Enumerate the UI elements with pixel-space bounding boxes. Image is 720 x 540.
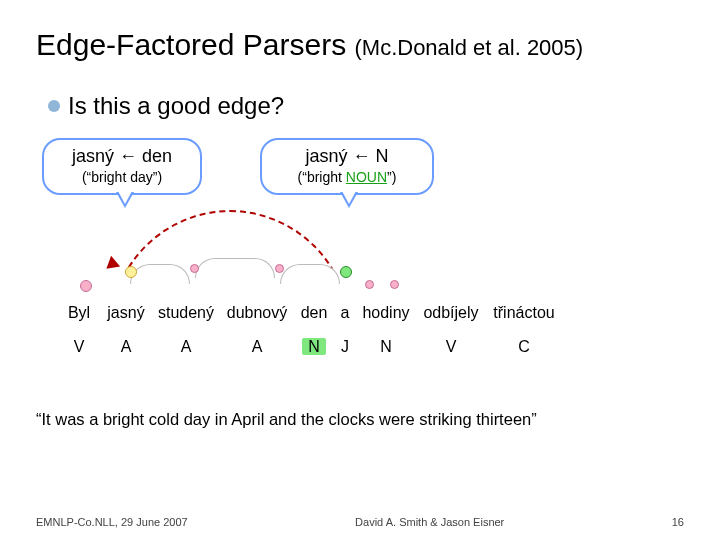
grey-arc [195,258,275,278]
bubble-right-sub-suffix: ”) [387,169,396,185]
bullet-icon [48,100,60,112]
node-jasny [125,266,137,278]
word: odbíjely [416,304,486,322]
bubble-left-main: jasný ← den [54,146,190,167]
bubble-jasny-N: jasný ← N (“bright NOUN”) [260,138,434,195]
pos-tag: C [486,338,562,356]
pos-tag: A [100,338,152,356]
bubble-jasny-den: jasný ← den (“bright day”) [42,138,202,195]
pos-tag: A [152,338,220,356]
word: dubnový [220,304,294,322]
title-main: Edge-Factored Parsers [36,28,354,61]
bubble-right-main: jasný ← N [272,146,422,167]
pos-tag: N [356,338,416,356]
word: a [334,304,356,322]
bubble-right-pointer-fill [342,191,356,204]
tags-row: V A A A N J N V C [58,338,670,356]
word: hodiny [356,304,416,322]
node-byl [80,280,92,292]
pos-tag: A [220,338,294,356]
bubble-right-sub: (“bright NOUN”) [272,169,422,185]
word: jasný [100,304,152,322]
bullet-text: Is this a good edge? [68,92,284,120]
pos-tag: J [334,338,356,356]
pos-tag: V [416,338,486,356]
word: třináctou [486,304,562,322]
node-hodiny [390,280,399,289]
bubble-left-pointer-fill [118,191,132,204]
slide-title: Edge-Factored Parsers (Mc.Donald et al. … [36,28,583,62]
node-dubnovy [275,264,284,273]
footer-authors: David A. Smith & Jason Eisner [355,516,504,528]
bubble-right-sub-noun: NOUN [346,169,387,185]
translation-line: “It was a bright cold day in April and t… [36,410,537,429]
footer-page-number: 16 [672,516,684,528]
word: Byl [58,304,100,322]
node-den [340,266,352,278]
word: den [294,304,334,322]
title-citation: (Mc.Donald et al. 2005) [354,35,583,60]
pos-tag: N [294,338,334,356]
footer-venue: EMNLP-Co.NLL, 29 June 2007 [36,516,188,528]
red-arrowhead-icon [102,256,120,274]
slide-footer: EMNLP-Co.NLL, 29 June 2007 David A. Smit… [0,516,720,528]
pos-tag: V [58,338,100,356]
node-studeny [190,264,199,273]
words-row: Byl jasný studený dubnový den a hodiny o… [58,304,670,322]
bubble-left-sub: (“bright day”) [54,169,190,185]
grey-arc [280,264,340,284]
node-a [365,280,374,289]
pos-tag-highlight: N [302,338,326,355]
word: studený [152,304,220,322]
bubble-right-sub-prefix: (“bright [298,169,346,185]
grey-arc [130,264,190,284]
dependency-arc-diagram [50,208,410,298]
bullet-row: Is this a good edge? [48,92,284,120]
